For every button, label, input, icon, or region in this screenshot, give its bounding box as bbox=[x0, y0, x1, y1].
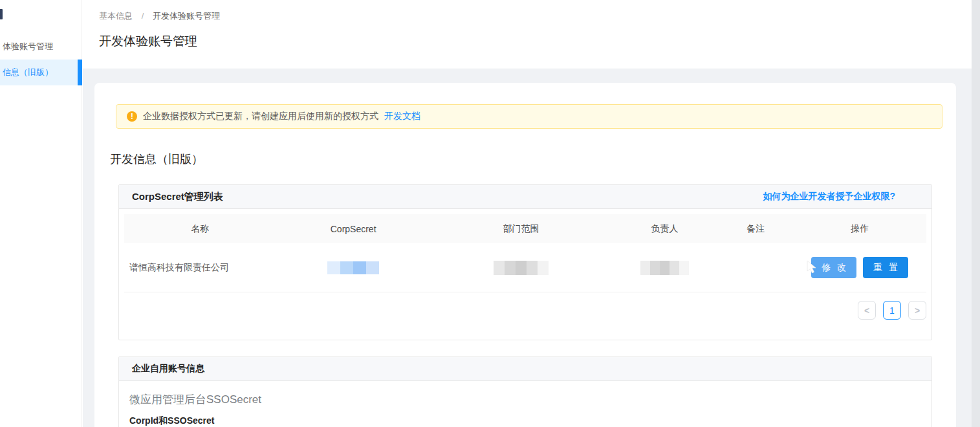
pagination: < 1 > bbox=[124, 292, 926, 334]
breadcrumb-current: 开发体验账号管理 bbox=[153, 11, 220, 21]
cell-corpsecret-redacted bbox=[276, 261, 430, 274]
page-header: 基本信息 / 开发体验账号管理 开发体验账号管理 bbox=[83, 0, 972, 69]
column-header-owner: 负责人 bbox=[611, 223, 718, 235]
active-indicator bbox=[78, 60, 82, 85]
sso-subtitle: 微应用管理后台SSOSecret bbox=[129, 392, 921, 407]
breadcrumb-separator: / bbox=[142, 11, 144, 21]
cell-owner-redacted bbox=[611, 261, 718, 275]
column-header-remark: 备注 bbox=[718, 223, 794, 235]
main-area: 基本信息 / 开发体验账号管理 开发体验账号管理 ! 企业数据授权方式已更新，请… bbox=[83, 0, 972, 427]
breadcrumb-parent[interactable]: 基本信息 bbox=[99, 11, 133, 21]
cell-department-redacted bbox=[431, 261, 611, 275]
pagination-prev-button[interactable]: < bbox=[858, 301, 876, 320]
edit-button[interactable]: 修 改 bbox=[811, 257, 856, 278]
help-link[interactable]: 如何为企业开发者授予企业权限? bbox=[763, 191, 895, 203]
mouse-cursor bbox=[805, 259, 817, 275]
corpsecret-table: 名称 CorpSecret 部门范围 负责人 备注 操作 谱恒高科技有限责任公司 bbox=[124, 214, 926, 334]
table-header-row: 名称 CorpSecret 部门范围 负责人 备注 操作 bbox=[124, 214, 926, 243]
cell-company-name: 谱恒高科技有限责任公司 bbox=[124, 262, 276, 274]
column-header-name: 名称 bbox=[124, 223, 276, 235]
dev-docs-link[interactable]: 开发文档 bbox=[384, 111, 420, 122]
card-title: CorpSecret管理列表 bbox=[132, 191, 223, 203]
content-background: ! 企业数据授权方式已更新，请创建应用后使用新的授权方式 开发文档 开发信息（旧… bbox=[83, 69, 972, 427]
content-panel: ! 企业数据授权方式已更新，请创建应用后使用新的授权方式 开发文档 开发信息（旧… bbox=[94, 83, 956, 427]
breadcrumb: 基本信息 / 开发体验账号管理 bbox=[99, 10, 972, 22]
pagination-page-1[interactable]: 1 bbox=[883, 301, 901, 320]
edit-button-label: 修 改 bbox=[822, 262, 848, 272]
warning-circle-icon: ! bbox=[127, 111, 137, 122]
corpsecret-card: CorpSecret管理列表 如何为企业开发者授予企业权限? 名称 CorpSe… bbox=[118, 184, 932, 340]
sidebar-item-dev-info-legacy[interactable]: 信息（旧版） bbox=[0, 60, 82, 85]
corpid-sso-heading: CorpId和SSOSecret bbox=[129, 415, 921, 427]
table-row: 谱恒高科技有限责任公司 bbox=[124, 243, 926, 292]
sidebar-item-label: 信息（旧版） bbox=[3, 67, 53, 77]
account-card-body: 微应用管理后台SSOSecret CorpId和SSOSecret CorpId… bbox=[119, 381, 931, 427]
corpsecret-card-header: CorpSecret管理列表 如何为企业开发者授予企业权限? bbox=[119, 185, 931, 209]
redaction-mosaic bbox=[327, 261, 379, 274]
alert-banner: ! 企业数据授权方式已更新，请创建应用后使用新的授权方式 开发文档 bbox=[116, 104, 942, 129]
reset-button-label: 重 置 bbox=[873, 262, 900, 272]
scrollbar-track[interactable] bbox=[972, 0, 980, 427]
column-header-actions: 操作 bbox=[794, 223, 927, 235]
reset-button[interactable]: 重 置 bbox=[863, 257, 908, 278]
clipped-text-fragment bbox=[0, 9, 3, 19]
account-card-header: 企业自用账号信息 bbox=[119, 357, 931, 381]
sidebar-item-experience-account[interactable]: 体验账号管理 bbox=[0, 34, 82, 60]
pagination-next-button[interactable]: > bbox=[908, 301, 926, 320]
card-title: 企业自用账号信息 bbox=[132, 363, 204, 375]
column-header-corpsecret: CorpSecret bbox=[276, 224, 430, 234]
redaction-mosaic bbox=[494, 261, 549, 275]
alert-text: 企业数据授权方式已更新，请创建应用后使用新的授权方式 bbox=[143, 111, 378, 122]
page-title: 开发体验账号管理 bbox=[99, 33, 972, 50]
redaction-mosaic bbox=[640, 261, 689, 275]
section-title: 开发信息（旧版） bbox=[110, 151, 942, 167]
cell-actions: 修 改 重 置 bbox=[794, 257, 927, 278]
account-info-card: 企业自用账号信息 微应用管理后台SSOSecret CorpId和SSOSecr… bbox=[118, 356, 932, 427]
app-window: 体验账号管理 信息（旧版） 基本信息 / 开发体验账号管理 开发体验账号管理 !… bbox=[0, 0, 980, 427]
sidebar: 体验账号管理 信息（旧版） bbox=[0, 0, 82, 427]
column-header-department: 部门范围 bbox=[431, 223, 611, 235]
